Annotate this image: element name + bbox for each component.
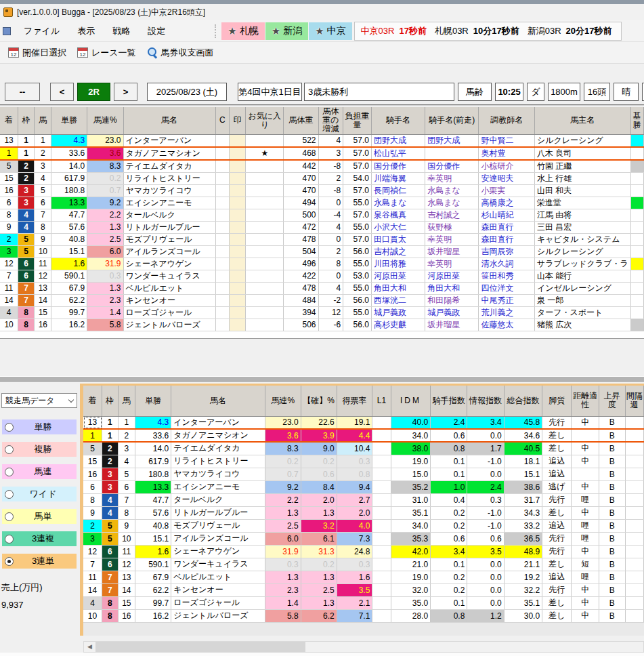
c-column-cell[interactable]: [215, 209, 229, 221]
finish-cell[interactable]: 10: [83, 609, 102, 622]
horse-name-cell[interactable]: シェーネアウゲン: [171, 545, 265, 558]
frame-cell[interactable]: 6: [102, 545, 118, 558]
flag-cell[interactable]: [630, 209, 643, 221]
horse-name-cell[interactable]: ジェントルバローズ: [123, 319, 215, 331]
quinella-pct-cell[interactable]: 9.2: [265, 480, 301, 493]
confirmed-pct-cell[interactable]: 31.3: [301, 545, 337, 558]
win-odds-cell[interactable]: 15.1: [51, 245, 87, 258]
horse-number-cell[interactable]: 13: [35, 282, 51, 294]
load-weight-cell[interactable]: 57.0: [343, 147, 372, 160]
finish-cell[interactable]: 6: [0, 197, 18, 209]
win-odds-cell[interactable]: 99.7: [51, 306, 87, 319]
info-index-cell[interactable]: 0.3: [467, 493, 504, 506]
l1-cell[interactable]: [372, 571, 391, 583]
confirmed-pct-cell[interactable]: 0.2: [301, 455, 337, 468]
column-header[interactable]: 馬連%: [87, 107, 123, 134]
horse-name-cell[interactable]: エイシンアニーモ: [123, 197, 215, 209]
mark-cell[interactable]: [230, 294, 246, 306]
body-weight-cell[interactable]: 442: [284, 160, 318, 173]
idm-cell[interactable]: 19.0: [391, 571, 431, 583]
column-header[interactable]: 単勝: [51, 107, 87, 134]
jockey-cell[interactable]: 城戸義政: [371, 306, 425, 319]
vote-rate-cell[interactable]: 7.3: [337, 532, 372, 545]
track-tab-札幌[interactable]: ★札幌: [221, 22, 264, 40]
load-weight-cell[interactable]: 55.0: [343, 197, 372, 209]
race-number-button[interactable]: 2R: [77, 83, 110, 101]
quinella-pct-cell[interactable]: 23.0: [265, 416, 301, 429]
idm-cell[interactable]: 40.0: [391, 416, 431, 429]
owner-cell[interactable]: ターフ・スポート: [534, 306, 630, 319]
column-header[interactable]: 脚質: [542, 386, 572, 416]
jockey-index-cell[interactable]: 1.0: [431, 480, 467, 493]
jockey-index-cell[interactable]: 0.8: [431, 609, 467, 622]
win-odds-cell[interactable]: 99.7: [135, 596, 171, 609]
finish-cell[interactable]: 13: [0, 134, 18, 147]
vote-rate-cell[interactable]: 10.4: [337, 442, 372, 455]
frame-cell[interactable]: 8: [102, 609, 118, 622]
bet-type-option[interactable]: 複勝: [2, 442, 77, 457]
run-style-cell[interactable]: 先行: [542, 416, 572, 429]
menu-item[interactable]: ファイル: [15, 22, 68, 40]
horse-number-cell[interactable]: 1: [35, 134, 51, 147]
weight-diff-cell[interactable]: -6: [318, 319, 343, 331]
frame-cell[interactable]: 3: [102, 480, 118, 493]
run-style-cell[interactable]: 追込: [542, 455, 572, 468]
confirmed-pct-cell[interactable]: 6.2: [301, 609, 337, 622]
quinella-pct-cell[interactable]: 6.0: [265, 532, 301, 545]
flag-cell[interactable]: [630, 306, 643, 319]
body-weight-cell[interactable]: 522: [284, 134, 318, 147]
prev-jockey-cell[interactable]: 坂井瑠星: [425, 319, 479, 331]
frame-cell[interactable]: 8: [102, 596, 118, 609]
all-races-button[interactable]: --: [5, 83, 40, 101]
l1-cell[interactable]: [372, 519, 391, 532]
frame-cell[interactable]: 8: [18, 306, 35, 319]
win-odds-cell[interactable]: 62.2: [51, 294, 87, 306]
c-column-cell[interactable]: [215, 319, 229, 331]
rise-cell[interactable]: B: [599, 545, 626, 558]
distance-aptitude-cell[interactable]: 中: [572, 480, 599, 493]
win-odds-cell[interactable]: 13.3: [135, 480, 171, 493]
favorite-cell[interactable]: [246, 258, 284, 270]
jockey-cell[interactable]: 角田大和: [371, 282, 425, 294]
body-weight-cell[interactable]: 478: [284, 233, 318, 245]
frame-cell[interactable]: 1: [102, 416, 118, 429]
mark-cell[interactable]: [230, 184, 246, 197]
vote-rate-cell[interactable]: 2.1: [337, 596, 372, 609]
load-weight-cell[interactable]: 55.0: [343, 282, 372, 294]
body-weight-cell[interactable]: 494: [284, 197, 318, 209]
owner-cell[interactable]: 猪熊 広次: [534, 319, 630, 331]
mark-cell[interactable]: [230, 258, 246, 270]
c-column-cell[interactable]: [215, 306, 229, 319]
trainer-cell[interactable]: 森田直行: [479, 233, 534, 245]
weight-diff-cell[interactable]: 3: [318, 147, 343, 160]
body-weight-cell[interactable]: 470: [284, 172, 318, 184]
frame-cell[interactable]: 1: [18, 134, 35, 147]
flag-cell[interactable]: [630, 233, 643, 245]
jockey-cell[interactable]: 国分優作: [371, 160, 425, 173]
mark-cell[interactable]: [230, 147, 246, 160]
total-index-cell[interactable]: 34.3: [504, 506, 542, 519]
finish-cell[interactable]: 10: [0, 319, 18, 331]
total-index-cell[interactable]: 21.1: [504, 558, 542, 571]
idm-cell[interactable]: 35.3: [391, 532, 431, 545]
jockey-cell[interactable]: 川田将雅: [371, 258, 425, 270]
distance-aptitude-cell[interactable]: 哩: [572, 532, 599, 545]
quinella-pct-cell[interactable]: 0.2: [87, 172, 123, 184]
win-odds-cell[interactable]: 67.9: [135, 571, 171, 583]
horse-name-cell[interactable]: ジェントルバローズ: [171, 609, 265, 622]
finish-cell[interactable]: 3: [83, 532, 102, 545]
total-index-cell[interactable]: 34.6: [504, 429, 542, 442]
weight-diff-cell[interactable]: -4: [318, 209, 343, 221]
idm-cell[interactable]: 21.0: [391, 558, 431, 571]
mark-cell[interactable]: [230, 306, 246, 319]
horse-number-cell[interactable]: 2: [35, 147, 51, 160]
l1-cell[interactable]: [372, 545, 391, 558]
win-odds-cell[interactable]: 57.6: [51, 221, 87, 233]
flag-cell[interactable]: [630, 221, 643, 233]
jockey-index-cell[interactable]: 2.4: [431, 416, 467, 429]
jockey-index-cell[interactable]: 0.2: [431, 519, 467, 532]
quinella-pct-cell[interactable]: 1.3: [265, 571, 301, 583]
win-odds-cell[interactable]: 33.6: [135, 429, 171, 442]
trainer-cell[interactable]: 中尾秀正: [479, 294, 534, 306]
prev-jockey-cell[interactable]: 城戸義政: [425, 306, 479, 319]
